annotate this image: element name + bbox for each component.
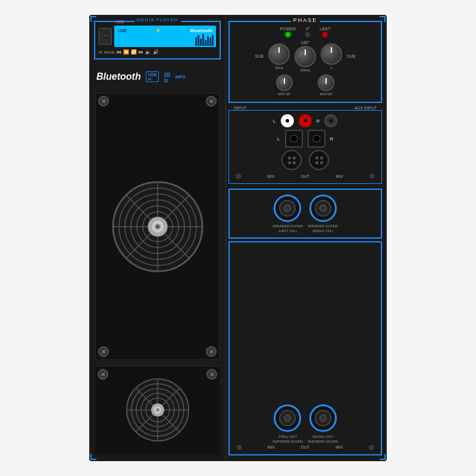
phase-title: PHASE	[291, 17, 320, 23]
speakon-right-inner	[315, 200, 331, 217]
rca-left-white	[281, 114, 294, 127]
svg-point-14	[156, 226, 159, 228]
volume-knob-group: 1	[321, 43, 342, 70]
knobs-row-2: MP3 / BT MASTER	[233, 74, 377, 96]
speakon-right	[309, 195, 337, 222]
mix-dot-left	[236, 174, 241, 178]
vol-down-btn[interactable]: 🔈	[145, 49, 151, 55]
speakon-left-center	[284, 205, 291, 212]
master-knob[interactable]	[318, 74, 334, 91]
power-indicator: POWER	[280, 27, 296, 37]
sub-left-group: SUB	[255, 54, 264, 58]
bottom-speaker-left-group: SPEAKER OUTER(LEFT CH.)	[273, 404, 303, 443]
speakon-left-inner	[279, 200, 296, 217]
bar-1	[195, 37, 197, 46]
degree0-indicator: 0°	[305, 27, 310, 37]
power-led	[286, 32, 290, 37]
xlr-right-pins	[314, 155, 324, 165]
freq-knob[interactable]	[268, 43, 290, 65]
bluetooth-text-label: Bluetooth	[96, 71, 141, 82]
trs-l-label: L	[277, 136, 280, 142]
volume-knob[interactable]	[321, 43, 342, 65]
sd-card-icon: 📱	[99, 28, 112, 45]
bottom-speakon-right	[309, 404, 337, 431]
bottom-speaker-right-group: SPEAKER OUTER(RIGHT CH.)	[308, 404, 338, 443]
pin-2	[293, 156, 296, 159]
out-label: OUT	[301, 174, 310, 178]
bottom-speakon-left	[274, 404, 301, 431]
master-label: MASTER	[320, 92, 333, 96]
prev-btn[interactable]: ⏮	[117, 49, 121, 55]
svg-point-26	[156, 408, 159, 412]
freq-label: 40Hz	[275, 66, 283, 70]
xlr-left-jack	[281, 150, 302, 170]
mix-left-label: MIX	[267, 174, 274, 178]
xlr-jacks-row	[233, 150, 378, 170]
bottom-speakon-left-inner	[279, 409, 296, 426]
pin-r4	[320, 161, 323, 164]
degree0-label: 0°	[306, 27, 310, 31]
input-label: INPUT	[233, 106, 248, 110]
mix-dot-right	[369, 174, 374, 178]
media-player-inner: 📱 USB USB ⚡ Bluetooth	[99, 26, 216, 47]
bottom-speakon-right-center	[320, 414, 327, 421]
degree0-led	[305, 32, 310, 37]
usb-label: USB	[115, 20, 124, 24]
bottom-right-inner: SPEAKER OUTER(LEFT CH.) SPEAKER OUTER(RI…	[233, 404, 377, 450]
bar-7	[209, 37, 211, 46]
display-usb-text: USB	[118, 29, 127, 33]
bottom-mix-right-label: MIX	[336, 445, 343, 449]
bottom-mix-dot-left	[237, 444, 242, 449]
bottom-fan	[125, 377, 190, 445]
mp3bt-label: MP3 / BT	[278, 92, 291, 96]
phase180-knob-group: 180° 160Hz	[295, 40, 316, 72]
left-section: MEDIA PLAYER 📱 USB USB ⚡ Bluetooth	[89, 15, 226, 461]
fan-section: ✕ ✕ ✕ ✕	[95, 93, 220, 360]
knobs-row-1: SUB 40Hz 180° 160Hz	[233, 40, 377, 72]
pin-1	[288, 156, 291, 159]
limit-indicator: LIMIT	[320, 27, 330, 37]
bottom-speakon-right-inner	[315, 409, 331, 426]
prev-track-btn[interactable]: ⏪	[123, 49, 129, 55]
pin-3	[288, 161, 291, 164]
bar-5	[205, 40, 206, 46]
media-player-section: MEDIA PLAYER 📱 USB USB ⚡ Bluetooth	[94, 21, 221, 60]
bottom-fan-svg	[125, 377, 190, 443]
trs-right-jack	[308, 130, 325, 148]
rca-right-inner	[303, 119, 307, 123]
controls-row: IR MODE ⏮ ⏪ 🔁 ⏭ 🔈 🔊	[99, 49, 216, 55]
phase-freq-label: 160Hz	[300, 68, 310, 72]
repeat-btn[interactable]: 🔁	[131, 49, 137, 55]
rca-jacks-row: L R	[233, 114, 378, 127]
rca-right-red	[299, 114, 312, 127]
mp3bt-knob[interactable]	[276, 74, 293, 91]
pin-r2	[320, 156, 323, 159]
pin-r1	[315, 156, 318, 159]
phase-section: PHASE POWER 0° LIMIT	[228, 21, 382, 103]
screw-tl: ✕	[98, 96, 109, 107]
next-btn[interactable]: ⏭	[139, 49, 143, 55]
pin-r3	[315, 161, 318, 164]
phase-knob[interactable]	[295, 46, 316, 67]
phase-indicators: POWER 0° LIMIT	[233, 27, 377, 37]
speaker-output-section: SPEAKER OUTER (LEFT CH.) SPEAKER OUTER	[228, 189, 382, 239]
vol-up-btn[interactable]: 🔊	[153, 49, 159, 55]
input-section: INPUT AUX INPUT L R	[228, 110, 382, 184]
bottom-speaker-left-label: SPEAKER OUTER(LEFT CH.)	[273, 434, 303, 443]
bottom-speakon-left-center	[284, 414, 291, 421]
usb-badge: USBHC	[146, 71, 159, 82]
right-section: PHASE POWER 0° LIMIT	[226, 15, 387, 461]
bottom-screw-tr: ✕	[206, 369, 217, 380]
speakon-right-center	[320, 205, 327, 212]
bluetooth-display-symbol: ⚡	[155, 28, 161, 33]
screw-br: ✕	[206, 346, 217, 357]
sub-right-group: SUB	[347, 54, 355, 58]
master-knob-group: MASTER	[318, 74, 334, 96]
mix-out-row: MIX OUT MIX	[233, 173, 378, 180]
vol-range: 1	[330, 66, 332, 70]
limit-label: LIMIT	[320, 27, 330, 31]
bar-3	[200, 39, 202, 46]
phase-180-label: 180°	[301, 40, 309, 45]
bar-4	[202, 34, 204, 46]
speaker-right-group: SPEAKER OUTER (RIGHT CH.)	[308, 195, 338, 234]
